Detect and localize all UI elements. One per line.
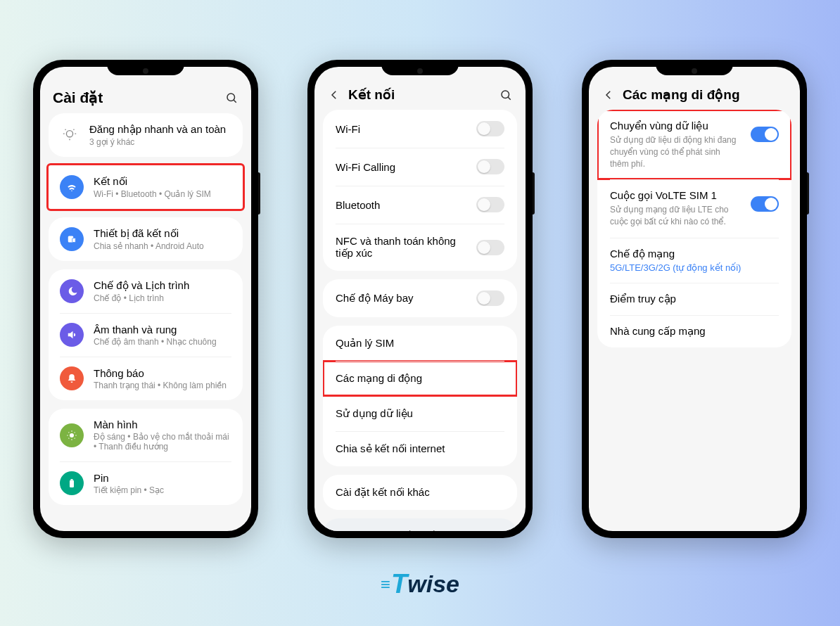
- phone-notch: [107, 60, 184, 75]
- wifi-toggle[interactable]: [476, 121, 504, 136]
- conn-item-bluetooth[interactable]: Bluetooth: [323, 186, 517, 224]
- mobile-item-apn[interactable]: Điểm truy cập: [597, 283, 791, 315]
- item-title: Màn hình: [94, 419, 231, 430]
- item-title: Wi-Fi: [336, 123, 476, 135]
- page-title: Các mạng di động: [623, 87, 787, 103]
- mobile-item-volte[interactable]: Cuộc gọi VoLTE SIM 1 Sử dụng mạng dữ liệ…: [597, 179, 791, 238]
- tip-title: Đăng nhập nhanh và an toàn: [89, 123, 231, 136]
- settings-item-modes[interactable]: Chế độ và Lịch trình Chế độ • Lịch trình: [49, 269, 243, 313]
- wing-icon: ≡: [381, 575, 388, 594]
- phone-mockup-1: Cài đặt Đăng nhập nhanh và an toàn 3 gợi…: [33, 60, 258, 538]
- tip-sub: 3 gợi ý khác: [89, 137, 231, 147]
- item-title: Âm thanh và rung: [94, 324, 231, 336]
- item-title: Pin: [94, 472, 231, 484]
- settings-item-notifications[interactable]: Thông báo Thanh trạng thái • Không làm p…: [49, 357, 243, 400]
- phone-notch: [381, 60, 459, 75]
- item-sub: Chế độ âm thanh • Nhạc chuông: [94, 337, 231, 347]
- back-icon[interactable]: [327, 88, 341, 102]
- item-sub: Độ sáng • Bảo vệ cho mắt thoải mái • Tha…: [94, 432, 231, 452]
- item-title: Chuyển vùng dữ liệu: [610, 120, 741, 132]
- item-title: Cuộc gọi VoLTE SIM 1: [610, 189, 741, 202]
- logo-wise: wise: [407, 570, 459, 598]
- svg-point-2: [66, 131, 72, 137]
- settings-screen: Cài đặt Đăng nhập nhanh và an toàn 3 gợi…: [40, 67, 251, 531]
- svg-point-13: [502, 91, 509, 98]
- item-title: Sử dụng dữ liệu: [336, 407, 413, 420]
- conn-item-data-usage[interactable]: Sử dụng dữ liệu: [323, 396, 517, 431]
- lightbulb-icon: [60, 125, 79, 145]
- item-title: Nhà cung cấp mạng: [610, 325, 779, 338]
- item-title: Các mạng di động: [336, 372, 422, 385]
- conn-item-wifi[interactable]: Wi-Fi: [323, 110, 517, 148]
- settings-item-battery[interactable]: Pin Tiết kiệm pin • Sạc: [49, 461, 243, 505]
- search-icon[interactable]: [224, 91, 238, 105]
- item-title: Chế độ mạng: [610, 248, 779, 260]
- item-title: Wi-Fi Calling: [336, 161, 476, 173]
- item-title: Kết nối: [94, 175, 231, 188]
- conn-item-nfc[interactable]: NFC và thanh toán không tiếp xúc: [323, 224, 517, 271]
- wifi-icon: [60, 175, 84, 199]
- settings-item-connections[interactable]: Kết nối Wi-Fi • Bluetooth • Quản lý SIM: [49, 165, 243, 209]
- item-title: Quản lý SIM: [336, 337, 394, 350]
- conn-item-more[interactable]: Cài đặt kết nối khác: [323, 475, 517, 510]
- settings-item-display[interactable]: Màn hình Độ sáng • Bảo vệ cho mắt thoải …: [49, 409, 243, 461]
- item-title: Cài đặt kết nối khác: [336, 486, 430, 499]
- display-icon: [60, 423, 84, 447]
- item-sub: Chia sẻ nhanh • Android Auto: [94, 241, 231, 251]
- settings-item-connected-devices[interactable]: Thiết bị đã kết nối Chia sẻ nhanh • Andr…: [49, 217, 243, 261]
- moon-icon: [60, 279, 84, 303]
- devices-icon: [60, 227, 84, 251]
- mobile-item-network-mode[interactable]: Chế độ mạng 5G/LTE/3G/2G (tự động kết nố…: [597, 238, 791, 283]
- bluetooth-toggle[interactable]: [476, 197, 504, 212]
- conn-item-airplane[interactable]: Chế độ Máy bay: [323, 279, 517, 317]
- svg-line-14: [508, 97, 511, 100]
- back-icon[interactable]: [602, 88, 616, 102]
- search-icon[interactable]: [499, 88, 513, 102]
- sound-icon: [60, 323, 84, 347]
- item-sub: Sử dụng dữ liệu di động khi đang chuyển …: [610, 134, 741, 170]
- connections-screen: Kết nối Wi-Fi Wi-Fi Calling Blu: [314, 67, 526, 531]
- search-prompt: Bạn đang tìm kiếm điều gì khác?: [323, 518, 517, 531]
- item-sub: Tiết kiệm pin • Sạc: [94, 485, 231, 495]
- svg-rect-12: [71, 479, 73, 480]
- item-sub: Sử dụng mạng dữ liệu LTE cho cuộc gọi bấ…: [610, 204, 741, 228]
- settings-item-sound[interactable]: Âm thanh và rung Chế độ âm thanh • Nhạc …: [49, 313, 243, 357]
- twise-logo: ≡ T wise: [381, 569, 459, 599]
- page-title: Cài đặt: [53, 89, 217, 106]
- connections-card: Kết nối Wi-Fi • Bluetooth • Quản lý SIM: [46, 163, 245, 211]
- phone-mockup-2: Kết nối Wi-Fi Wi-Fi Calling Blu: [307, 60, 533, 538]
- item-title: Chia sẻ kết nối internet: [336, 442, 445, 455]
- conn-item-sim-manager[interactable]: Quản lý SIM: [323, 326, 517, 361]
- item-title: Chế độ Máy bay: [336, 292, 476, 305]
- conn-item-wifi-calling[interactable]: Wi-Fi Calling: [323, 148, 517, 186]
- svg-line-1: [234, 100, 236, 103]
- item-title: Điểm truy cập: [610, 293, 779, 305]
- item-title: Bluetooth: [336, 199, 476, 211]
- nfc-toggle[interactable]: [476, 240, 504, 255]
- roaming-toggle[interactable]: [751, 127, 779, 142]
- mobile-item-operators[interactable]: Nhà cung cấp mạng: [597, 315, 791, 347]
- item-sub: Chế độ • Lịch trình: [94, 293, 231, 303]
- phone-mockup-3: Các mạng di động Chuyển vùng dữ liệu Sử …: [582, 60, 807, 538]
- conn-item-tethering[interactable]: Chia sẻ kết nối internet: [323, 431, 517, 466]
- airplane-toggle[interactable]: [476, 290, 504, 306]
- svg-point-0: [227, 94, 235, 101]
- wifi-calling-toggle[interactable]: [476, 159, 504, 174]
- tip-card[interactable]: Đăng nhập nhanh và an toàn 3 gợi ý khác: [49, 113, 243, 157]
- volte-toggle[interactable]: [751, 196, 779, 212]
- item-title: Thiết bị đã kết nối: [94, 227, 231, 240]
- battery-icon: [60, 471, 84, 495]
- item-value: 5G/LTE/3G/2G (tự động kết nối): [610, 262, 779, 273]
- conn-item-mobile-networks[interactable]: Các mạng di động: [323, 361, 517, 396]
- item-sub: Thanh trạng thái • Không làm phiền: [94, 381, 231, 390]
- svg-rect-11: [70, 480, 74, 488]
- item-title: NFC và thanh toán không tiếp xúc: [336, 235, 476, 260]
- bell-icon: [60, 366, 84, 390]
- item-title: Thông báo: [94, 367, 231, 379]
- svg-rect-9: [72, 238, 76, 243]
- mobile-item-roaming[interactable]: Chuyển vùng dữ liệu Sử dụng dữ liệu di đ…: [597, 110, 791, 179]
- svg-point-10: [70, 433, 74, 437]
- page-title: Kết nối: [348, 87, 492, 103]
- svg-line-7: [74, 129, 75, 130]
- phone-notch: [656, 60, 733, 75]
